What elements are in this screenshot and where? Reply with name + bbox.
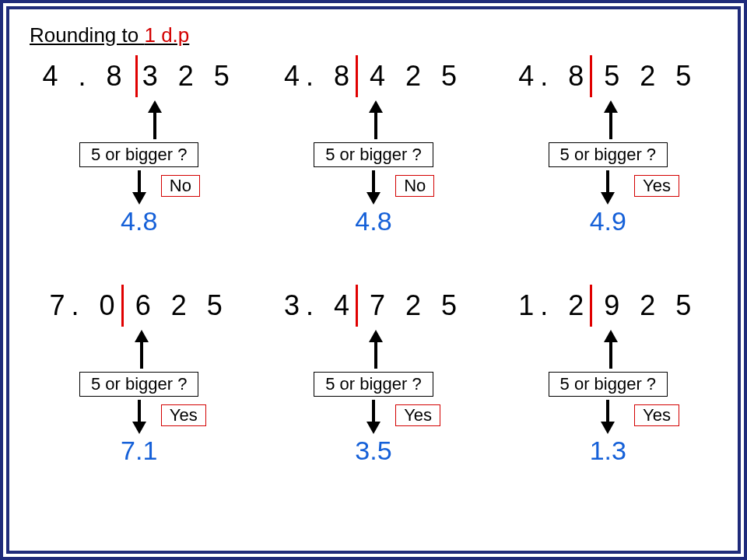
question-box: 5 or bigger ? [79, 142, 199, 167]
cut-line [135, 55, 138, 97]
number-wrap: 4. 8 4 2 5 [284, 60, 463, 99]
arrow-down-icon [601, 170, 615, 205]
arrow-up-icon [604, 100, 618, 139]
arrow-up-icon [369, 100, 383, 139]
result-text: 4.9 [590, 206, 626, 236]
example-cell: 7. 0 6 2 5 5 or bigger ? Yes 7.1 [30, 285, 248, 514]
arrow-down-icon [132, 400, 146, 434]
example-cell: 3. 4 7 2 5 5 or bigger ? Yes 3.5 [264, 285, 482, 514]
result-text: 4.8 [355, 206, 391, 236]
page-title: Rounding to 1 d.p [30, 23, 717, 47]
example-cell: 1. 2 9 2 5 5 or bigger ? Yes 1.3 [499, 285, 717, 514]
arrow-down-icon [601, 400, 615, 434]
arrow-up-icon [369, 330, 383, 369]
question-box: 5 or bigger ? [549, 142, 668, 167]
arrow-up-icon [135, 330, 149, 369]
answer-row: Yes [30, 400, 248, 434]
answer-box: Yes [395, 404, 440, 426]
answer-row: Yes [264, 400, 482, 434]
question-box: 5 or bigger ? [314, 372, 433, 397]
number-wrap: 7. 0 6 2 5 [50, 289, 229, 328]
cut-line [590, 55, 592, 97]
question-box: 5 or bigger ? [79, 372, 199, 397]
answer-box: Yes [161, 404, 206, 426]
question-box: 5 or bigger ? [549, 372, 668, 397]
answer-row: No [30, 170, 248, 205]
result-text: 3.5 [355, 436, 391, 466]
cut-line [356, 285, 358, 327]
arrow-down-icon [366, 170, 381, 205]
result-text: 4.8 [121, 206, 157, 236]
number-wrap: 4 . 8 3 2 5 [43, 60, 236, 99]
number-text: 4. 8 5 2 5 [518, 60, 697, 92]
examples-grid: 4 . 8 3 2 5 5 or bigger ? No 4.8 [30, 55, 717, 514]
result-text: 7.1 [121, 436, 157, 466]
example-cell: 4 . 8 3 2 5 5 or bigger ? No 4.8 [30, 55, 248, 285]
number-text: 1. 2 9 2 5 [518, 289, 697, 321]
cut-line [590, 285, 592, 327]
arrow-down-icon [366, 400, 381, 434]
question-box: 5 or bigger ? [314, 142, 433, 167]
arrow-down-icon [132, 170, 146, 205]
number-wrap: 4. 8 5 2 5 [518, 60, 697, 99]
answer-row: Yes [499, 400, 717, 434]
inner-frame: Rounding to 1 d.p 4 . 8 3 2 5 5 or bigge… [6, 6, 741, 554]
number-text: 4 . 8 3 2 5 [43, 60, 236, 92]
answer-row: No [264, 170, 482, 205]
arrow-up-icon [604, 330, 618, 369]
number-wrap: 1. 2 9 2 5 [518, 289, 697, 328]
number-text: 4. 8 4 2 5 [284, 60, 463, 92]
answer-box: Yes [634, 175, 679, 197]
title-dp: 1 d.p [144, 23, 189, 47]
number-text: 3. 4 7 2 5 [284, 289, 463, 321]
arrow-up-icon [148, 100, 162, 139]
cut-line [356, 55, 358, 97]
result-text: 1.3 [590, 436, 626, 466]
number-text: 7. 0 6 2 5 [50, 289, 229, 321]
outer-frame: Rounding to 1 d.p 4 . 8 3 2 5 5 or bigge… [0, 0, 747, 560]
title-prefix: Rounding to [30, 23, 144, 47]
example-cell: 4. 8 4 2 5 5 or bigger ? No 4.8 [264, 55, 482, 285]
answer-row: Yes [499, 170, 717, 205]
cut-line [121, 285, 124, 327]
answer-box: Yes [634, 404, 679, 426]
example-cell: 4. 8 5 2 5 5 or bigger ? Yes 4.9 [499, 55, 717, 285]
answer-box: No [161, 175, 200, 197]
answer-box: No [395, 175, 434, 197]
number-wrap: 3. 4 7 2 5 [284, 289, 463, 328]
